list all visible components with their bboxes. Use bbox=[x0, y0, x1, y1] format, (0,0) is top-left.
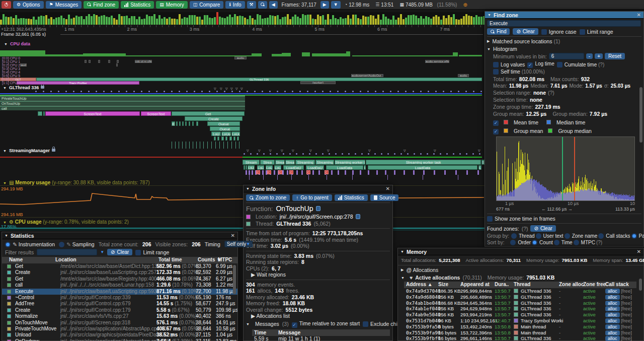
zone-bar[interactable]: LoUp bbox=[231, 131, 240, 136]
next-frame-button[interactable]: ▶ bbox=[320, 1, 329, 9]
group-by-call-stacks[interactable]: Call stacks bbox=[598, 233, 630, 239]
message-dot[interactable] bbox=[322, 153, 324, 155]
zone-bar[interactable] bbox=[185, 121, 187, 126]
zone-bar[interactable]: Strea bbox=[285, 160, 295, 165]
cpu-fragment[interactable] bbox=[98, 60, 100, 63]
zone-bar[interactable] bbox=[385, 170, 386, 175]
message-dot[interactable] bbox=[299, 91, 301, 92]
group-mean-checkbox[interactable]: ✓ bbox=[493, 127, 501, 134]
message-dot[interactable] bbox=[374, 153, 376, 155]
message-dot[interactable] bbox=[413, 91, 414, 92]
zone-bar[interactable]: LoadDaU bbox=[306, 165, 324, 170]
zone-bar[interactable]: LoadData bbox=[326, 165, 363, 170]
zone-bar[interactable] bbox=[455, 170, 457, 175]
zone-bar[interactable] bbox=[246, 170, 247, 175]
message-dot[interactable] bbox=[186, 91, 188, 92]
message-dot[interactable] bbox=[88, 91, 90, 92]
message-dot[interactable] bbox=[43, 91, 44, 92]
zone-bar[interactable] bbox=[38, 111, 42, 116]
zone-bar[interactable] bbox=[301, 170, 303, 175]
zone-bar[interactable] bbox=[404, 170, 405, 175]
zone-bar[interactable] bbox=[466, 170, 468, 175]
message-dot[interactable] bbox=[239, 91, 240, 92]
table-row[interactable]: Get/mnt/e/claw/src/claw/base/AssetDict.h… bbox=[2, 263, 237, 269]
message-dot[interactable] bbox=[171, 91, 173, 92]
toolbar-info-button[interactable]: ℹInfo bbox=[225, 1, 245, 9]
message-dot[interactable] bbox=[96, 91, 97, 92]
find-zone-query-input[interactable]: Execute bbox=[487, 20, 641, 27]
message-dot[interactable] bbox=[247, 91, 248, 92]
message-dot[interactable] bbox=[50, 91, 52, 92]
timing-dropdown[interactable]: Self only▼ bbox=[224, 241, 253, 247]
zone-bar[interactable]: LtU bbox=[248, 165, 255, 170]
message-dot[interactable] bbox=[224, 91, 225, 92]
message-dot[interactable] bbox=[35, 91, 37, 92]
zone-bar[interactable]: U bbox=[364, 165, 366, 170]
message-dot[interactable] bbox=[450, 91, 452, 92]
zone-bar[interactable]: Strea bbox=[260, 160, 275, 165]
message-dot[interactable] bbox=[472, 153, 474, 155]
message-dot[interactable] bbox=[80, 91, 82, 92]
relative-time-checkbox[interactable]: ✓Time relative to zone start bbox=[292, 320, 360, 328]
crosshair-indicator[interactable]: ⊕ bbox=[461, 2, 469, 8]
message-dot[interactable] bbox=[322, 91, 324, 92]
message-dot[interactable] bbox=[348, 153, 350, 155]
zone-bar[interactable]: call bbox=[0, 106, 245, 110]
message-dot[interactable] bbox=[459, 153, 461, 155]
zone-bar[interactable] bbox=[179, 121, 181, 126]
find-zone-titlebar[interactable]: ▼Find zone✕ bbox=[485, 12, 643, 19]
message-dot[interactable] bbox=[361, 153, 363, 155]
lock-badge[interactable]: C bbox=[325, 170, 329, 174]
group-by-zone-name[interactable]: Zone name bbox=[565, 233, 598, 239]
frame-dropdown-button[interactable]: ▼ bbox=[331, 1, 341, 9]
message-dot[interactable] bbox=[244, 153, 245, 155]
allocations-tree[interactable]: ▶@ Allocations bbox=[398, 266, 643, 274]
zone-bar[interactable] bbox=[233, 137, 235, 141]
clear-button[interactable]: ⊘Clear bbox=[513, 28, 538, 35]
zone-bar[interactable] bbox=[214, 137, 216, 141]
message-dot[interactable] bbox=[382, 91, 384, 92]
group-by-thread[interactable]: Thread bbox=[511, 233, 535, 239]
zone-bar[interactable]: PrivateTouchUp bbox=[0, 96, 245, 100]
zone-bar[interactable] bbox=[237, 137, 239, 141]
zone-bar[interactable]: Streaming bbox=[295, 160, 315, 165]
message-dot[interactable] bbox=[216, 91, 218, 92]
zone-bar[interactable] bbox=[196, 121, 198, 126]
zone-bar[interactable] bbox=[182, 121, 184, 126]
message-dot[interactable] bbox=[118, 91, 120, 92]
message-marker-icon[interactable]: ▽ bbox=[220, 87, 222, 90]
table-row[interactable]: 0x7553b9fbf016 bytes296,661,146ns13:50.7… bbox=[404, 335, 638, 341]
lock-badge[interactable]: C bbox=[278, 170, 282, 174]
table-row[interactable]: 0x74ab1ef040256 KB294,629,948ns13:50.7GL… bbox=[404, 306, 638, 312]
toolbar-statistics-button[interactable]: Statistics bbox=[121, 1, 154, 9]
message-marker-icon[interactable]: ▽ bbox=[214, 87, 216, 90]
message-dot[interactable] bbox=[289, 153, 291, 155]
cpu-zone-worker[interactable]: (worker) bbox=[300, 81, 336, 84]
scrollbar[interactable] bbox=[233, 265, 236, 294]
cpu-zone-tracy[interactable]: Tracy Profiler bbox=[17, 81, 139, 85]
zone-bar[interactable] bbox=[312, 170, 314, 175]
message-dot[interactable] bbox=[250, 153, 252, 155]
toolbar-memory-button[interactable]: ▤Memory bbox=[156, 1, 188, 9]
message-dot[interactable] bbox=[73, 91, 74, 92]
zone-bar[interactable] bbox=[249, 170, 250, 175]
zone-bar[interactable] bbox=[477, 170, 479, 175]
zone-bar[interactable] bbox=[176, 121, 178, 126]
source-button[interactable]: Source bbox=[370, 194, 399, 201]
zone-bar[interactable]: Create bbox=[185, 116, 243, 121]
message-marker-icon[interactable]: ▽ bbox=[281, 149, 283, 152]
log-time-checkbox[interactable]: ✓Log time bbox=[527, 61, 554, 68]
memory-usage-header[interactable]: ▼▤ Memory usage (y-range: 30.88 KB, visi… bbox=[3, 180, 150, 185]
zone-bar[interactable] bbox=[360, 170, 361, 175]
message-dot[interactable] bbox=[453, 153, 454, 155]
message-dot[interactable] bbox=[367, 91, 369, 92]
filter-clear-button[interactable]: ⊘Clear bbox=[107, 249, 132, 255]
zone-bar[interactable]: LoadDaU bbox=[283, 165, 304, 170]
message-dot[interactable] bbox=[209, 91, 210, 92]
message-dot[interactable] bbox=[428, 91, 429, 92]
close-icon[interactable]: ✕ bbox=[637, 12, 641, 18]
message-dot[interactable] bbox=[443, 91, 444, 92]
zone-bar[interactable]: LoU bbox=[266, 165, 273, 170]
table-row[interactable]: ~Controljni/../jni/src/guif/Control.cpp:… bbox=[2, 295, 237, 301]
message-dot[interactable] bbox=[292, 91, 293, 92]
